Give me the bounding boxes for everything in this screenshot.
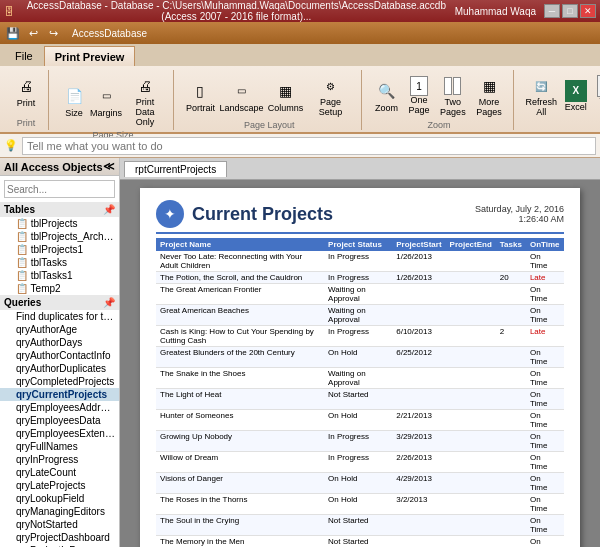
data-buttons: 🔄 Refresh All X Excel T Text File PDF PD… [524,72,600,120]
content-area: rptCurrentProjects ✦ Current Projects Sa… [120,158,600,547]
margins-button[interactable]: ▭ Margins [91,82,121,120]
excel-button[interactable]: X Excel [561,78,591,114]
cell-ontime: On Time [526,515,564,536]
table-row: Greatest Blunders of the 20th CenturyOn … [156,347,564,368]
zoom-button[interactable]: 🔍 Zoom [372,77,402,115]
nav-item-temp2[interactable]: 📋 Temp2 [0,282,119,295]
ribbon-group-pagesize: 📄 Size ▭ Margins 🖨 Print Data Only Page … [53,70,174,130]
nav-item-qrymanagingeditors[interactable]: qryManagingEditors [0,505,119,518]
cell-status: In Progress [324,431,392,452]
nav-item-qryinprogress[interactable]: qryInProgress [0,453,119,466]
cell-start [392,389,445,410]
qat-redo[interactable]: ↪ [44,24,62,42]
cell-start: 4/29/2013 [392,473,445,494]
report-header: ✦ Current Projects Saturday, July 2, 201… [156,200,564,228]
excel-icon: X [565,80,587,102]
cell-tasks [496,515,526,536]
nav-item-qryfullnames[interactable]: qryFullNames [0,440,119,453]
panel-search-input[interactable] [4,180,115,198]
more-pages-button[interactable]: ▦ More Pages [471,72,506,120]
cell-status: On Hold [324,410,392,431]
report-tab[interactable]: rptCurrentProjects [124,161,227,177]
cell-status: Waiting on Approval [324,368,392,389]
nav-item-qrylatecount[interactable]: qryLateCount [0,466,119,479]
cell-end [446,368,496,389]
nav-item-qrycurrentprojects[interactable]: qryCurrentProjects [0,388,119,401]
cell-name: Visions of Danger [156,473,324,494]
nav-item-qrylookupfield[interactable]: qryLookupField [0,492,119,505]
qat-save[interactable]: 💾 [4,24,22,42]
qat-undo[interactable]: ↩ [24,24,42,42]
cell-start: 2/21/2013 [392,410,445,431]
maximize-button[interactable]: □ [562,4,578,18]
left-panel: All Access Objects ≪ Tables 📌 📋 tblProje… [0,158,120,547]
nav-item-tblprojects1[interactable]: 📋 tblProjects1 [0,243,119,256]
search-input[interactable] [22,137,596,155]
zoom-group-label: Zoom [428,120,451,130]
cell-start [392,368,445,389]
cell-tasks [496,389,526,410]
close-button[interactable]: ✕ [580,4,596,18]
cell-name: The Roses in the Thorns [156,494,324,515]
pagesetup-button[interactable]: ⚙ Page Setup [307,72,355,120]
textfile-button[interactable]: T Text File [593,73,600,119]
cell-end [446,284,496,305]
print-data-button[interactable]: 🖨 Print Data Only [123,72,167,130]
cell-status: On Hold [324,473,392,494]
nav-item-qryauthorage[interactable]: qryAuthorAge [0,323,119,336]
cell-end [446,389,496,410]
queries-label: Queries [4,297,41,308]
col-start: ProjectStart [392,238,445,251]
minimize-button[interactable]: ─ [544,4,560,18]
nav-item-findduplicates[interactable]: Find duplicates for tblAuthors [0,310,119,323]
nav-item-qryauthorduplicates[interactable]: qryAuthorDuplicates [0,362,119,375]
pagesize-buttons: 📄 Size ▭ Margins 🖨 Print Data Only [59,72,167,130]
nav-item-tbltasks[interactable]: 📋 tblTasks [0,256,119,269]
cell-name: Greatest Blunders of the 20th Century [156,347,324,368]
nav-item-qrycompletedprojects[interactable]: qryCompletedProjects [0,375,119,388]
nav-item-qryemployeesextended[interactable]: qryEmployeesExtended [0,427,119,440]
cell-ontime: On Time [526,494,564,515]
onepage-icon: 1 [410,76,428,96]
print-button[interactable]: 🖨 Print [10,72,42,110]
one-page-button[interactable]: 1 One Page [404,74,435,118]
print-group-label: Print [17,118,36,128]
size-button[interactable]: 📄 Size [59,82,89,120]
panel-toggle-icon[interactable]: ≪ [103,160,115,173]
nav-item-qryemployeesaddresses[interactable]: qryEmployeesAddresses [0,401,119,414]
report-date: Saturday, July 2, 2016 1:26:40 AM [475,204,564,224]
cell-tasks [496,410,526,431]
cell-start: 1/26/2013 [392,251,445,272]
tab-print-preview[interactable]: Print Preview [44,46,136,66]
nav-item-tbltasks1[interactable]: 📋 tblTasks1 [0,269,119,282]
portrait-button[interactable]: ▯ Portrait [184,77,217,115]
cell-ontime: On Time [526,536,564,548]
cell-start [392,305,445,326]
nav-item-qrynotstarted[interactable]: qryNotStarted [0,518,119,531]
landscape-button[interactable]: ▭ Landscape [219,77,265,115]
nav-item-qryauthorcontact[interactable]: qryAuthorContactInfo [0,349,119,362]
queries-pin-icon: 📌 [103,297,115,308]
cell-end [446,347,496,368]
nav-item-qryprojectdashboard[interactable]: qryProjectDashboard [0,531,119,544]
zoom-buttons: 🔍 Zoom 1 One Page Two Pages ▦ More Pages [372,72,507,120]
nav-item-qrylateprojects[interactable]: qryLateProjects [0,479,119,492]
table-row: Hunter of SomeonesOn Hold2/21/2013On Tim… [156,410,564,431]
cell-start: 3/2/2013 [392,494,445,515]
nav-item-tblprojects[interactable]: 📋 tblProjects [0,217,119,230]
table-row: The Great American FrontierWaiting on Ap… [156,284,564,305]
refresh-button[interactable]: 🔄 Refresh All [524,72,559,120]
cell-status: In Progress [324,326,392,347]
app-icon: 🗄 [4,6,14,17]
nav-item-qryemployeesdata[interactable]: qryEmployeesData [0,414,119,427]
two-pages-button[interactable]: Two Pages [436,72,469,120]
tab-file[interactable]: File [4,46,44,66]
table-icon: 📋 [16,244,28,255]
tables-label: Tables [4,204,35,215]
nav-item-qryauthordays[interactable]: qryAuthorDays [0,336,119,349]
pagelayout-group-label: Page Layout [244,120,295,130]
columns-button[interactable]: ▦ Columns [266,77,304,115]
nav-item-tblprojectsarchive[interactable]: 📋 tblProjects_Archive [0,230,119,243]
print-buttons: 🖨 Print [10,72,42,110]
cell-ontime: On Time [526,452,564,473]
